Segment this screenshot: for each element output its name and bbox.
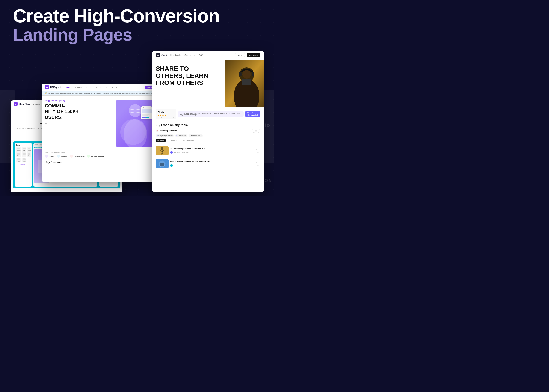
audio-icon	[17, 158, 20, 160]
hrmagnet-card: M HRMagnet Product Resources Features Be…	[42, 84, 162, 182]
quili-nav-subscriptions[interactable]: Subscriptions	[185, 54, 196, 56]
quili-tab-rising[interactable]: Rising Authors	[181, 139, 196, 142]
quili-login-button[interactable]: Log in	[235, 53, 245, 57]
quili-trending: 📈 Trending keywords ‹ ›	[156, 129, 260, 133]
hrmagnet-logo-icon: M	[45, 85, 49, 89]
builder-item-text[interactable]: Text	[22, 147, 27, 152]
quili-card: Q Quili- How it works Subscriptions FQA …	[152, 51, 264, 192]
svg-rect-27	[160, 163, 164, 166]
trending-next-button[interactable]: ›	[257, 129, 260, 133]
quili-logo-icon: Q	[156, 53, 160, 57]
quili-person-svg	[225, 60, 264, 107]
quili-nav-how[interactable]: How it works	[171, 54, 181, 56]
quili-testimonial: "It's not just about passive consumption…	[178, 111, 244, 117]
heading-icon	[17, 148, 20, 149]
quili-rating-badge: 4.97 ★★★★★ On App Store & Google Play	[156, 109, 176, 119]
hrmagnet-hero-description: ion	[45, 122, 114, 124]
hrmagnet-nav-pricing[interactable]: Pricing	[104, 86, 109, 88]
article-2-author	[170, 164, 254, 167]
keyword-tech[interactable]: # Tech Reads	[175, 134, 187, 137]
quili-nav-fqa[interactable]: FQA	[199, 54, 203, 56]
keyword-family[interactable]: # Family Therapy	[188, 134, 203, 137]
hrmagnet-logo: M HRMagnet	[45, 85, 61, 89]
hrmagnet-nav-product[interactable]: Product	[64, 86, 70, 88]
hrmagnet-nav-links: Product Resources Features Benefits Pric…	[64, 86, 142, 88]
hrmagnet-nav-signin[interactable]: Sign in	[112, 86, 117, 88]
quili-rating-number: 4.97	[158, 110, 174, 114]
trending-prev-button[interactable]: ‹	[252, 129, 256, 133]
quili-tab-trending[interactable]: Trending	[169, 139, 179, 142]
quili-tab-featured[interactable]: Featured	[156, 139, 166, 142]
virtuoso-icon: V	[45, 154, 48, 158]
keyword-label-2: Tech Reads	[178, 135, 186, 136]
builder-item-audio[interactable]: Audio	[16, 158, 21, 162]
partner-pinnacle: P Pinnacle Nexus	[70, 154, 85, 158]
builder-item-image[interactable]: Image	[27, 147, 31, 152]
partner-virtuoso: V Virtuoso	[45, 154, 55, 158]
hrmagnet-features-title: Key Features	[45, 161, 159, 164]
shopflow-logo-icon: S	[14, 102, 18, 106]
keyword-everything[interactable]: # Everything Explained	[156, 134, 174, 137]
quili-stars: ★★★★★	[158, 114, 174, 116]
article-1-arrow[interactable]: ›	[256, 148, 260, 153]
keyword-label-1: Everything Explained	[158, 135, 173, 136]
quili-trending-title: Trending keywords	[160, 130, 250, 132]
builder-item-gallery[interactable]: Gallery	[22, 152, 27, 157]
quili-tabs: Featured Trending Rising Authors	[156, 139, 260, 142]
hrmagnet-nav-features[interactable]: Features	[85, 86, 93, 88]
trending-icon: 📈	[156, 130, 158, 132]
quili-hero: SHARE TOOTHERS, LEARNFROM OTHERS –	[152, 60, 264, 107]
quili-stats: 4.97 ★★★★★ On App Store & Google Play "I…	[152, 107, 264, 121]
article-2-image	[156, 159, 169, 168]
svg-point-6	[123, 119, 147, 147]
builder-item-video[interactable]: Video	[27, 152, 31, 157]
quili-write-badge: Write. Inspire. Get rewarded.	[245, 111, 260, 118]
partner-elysium: E ELYSIUM GLOBAL	[87, 154, 104, 158]
quili-keywords: # Everything Explained # Tech Reads # Fa…	[156, 134, 260, 137]
hrmagnet-nav-benefits[interactable]: Benefits	[95, 86, 101, 88]
builder-item-heading[interactable]: Heading	[16, 147, 21, 152]
svg-rect-15	[251, 72, 254, 76]
quili-nav-links: How it works Subscriptions FQA	[171, 54, 232, 56]
gallery-icon	[23, 153, 26, 155]
pinnacle-icon: P	[70, 154, 73, 158]
article-2-arrow[interactable]: ›	[256, 161, 260, 166]
builder-nav-home[interactable]: Home	[35, 144, 37, 145]
builder-item-divider[interactable]: Divider	[22, 158, 27, 162]
quili-article-1: The ethical implications of Generative A…	[156, 144, 260, 157]
show-more-link[interactable]: Show More	[16, 164, 30, 165]
author-2-avatar	[170, 164, 173, 167]
builder-sidebar: Basic Heading Text Image Button	[14, 143, 32, 187]
hrmagnet-nav-resources[interactable]: Resources	[73, 86, 82, 88]
keyword-hash-3: #	[190, 135, 191, 136]
hrmagnet-hero: On App Store & Google Play COMMU-NITY OF…	[42, 96, 162, 147]
hrmagnet-features: Key Features	[42, 158, 162, 169]
article-2-svg	[156, 159, 169, 168]
quili-trending-nav: ‹ ›	[252, 129, 260, 133]
svg-point-16	[242, 70, 251, 79]
builder-sidebar-title: Basic	[16, 144, 30, 146]
hero-section: Create High-Conversion Landing Pages	[13, 7, 219, 44]
article-1-image	[156, 146, 169, 155]
quili-hero-image	[225, 60, 264, 107]
quili-start-button[interactable]: Get started	[247, 53, 260, 57]
quantum-icon: Q	[57, 154, 60, 158]
quili-store-label: On App Store & Google Play	[158, 116, 174, 118]
shopflow-nav-features[interactable]: Features	[34, 103, 40, 105]
svg-rect-29	[161, 165, 163, 165]
elysium-icon: E	[87, 154, 90, 158]
author-1-name: Brian Bailey	[174, 152, 181, 153]
divider-icon	[23, 158, 26, 160]
author-1-avatar	[170, 151, 173, 154]
builder-grid: Heading Text Image Button Gallery	[16, 147, 30, 162]
svg-point-5	[129, 104, 142, 117]
article-1-svg	[156, 146, 169, 155]
quili-get-rewarded: Get rewarded.	[248, 114, 258, 116]
hrmagnet-person-image: Anthony	[116, 100, 155, 147]
article-2-title: How can we understand modern abstract ar…	[170, 161, 254, 163]
article-1-date: Jul 10 2024	[182, 152, 189, 153]
shopflow-logo: S ShopFlow	[14, 102, 30, 106]
hrmagnet-banner: 🎉 Elevate your HR with personalized work…	[42, 91, 162, 96]
builder-item-button[interactable]: Button	[16, 152, 21, 157]
article-1-author: Brian Bailey Jul 10 2024	[170, 151, 254, 154]
